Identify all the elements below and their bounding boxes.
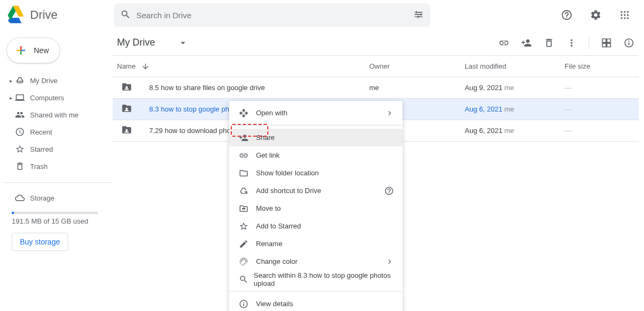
ctx-search-within[interactable]: Search within 8.3 how to stop google pho…: [229, 270, 402, 288]
search-input[interactable]: [131, 11, 413, 20]
nav-label: Computers: [30, 94, 64, 102]
nav-computers[interactable]: ▸ Computers: [4, 89, 113, 106]
folder-name: My Drive: [117, 37, 155, 48]
drive-icon: [15, 76, 30, 85]
search-options-icon[interactable]: [413, 9, 424, 21]
ctx-open-with[interactable]: Open with: [229, 104, 402, 122]
share-icon[interactable]: [517, 33, 536, 53]
help-icon[interactable]: [556, 4, 577, 26]
nav-label: Trash: [30, 162, 48, 171]
folder-move-icon: [239, 204, 256, 213]
header-actions: [556, 4, 635, 26]
trash-icon: [15, 161, 30, 171]
nav-starred[interactable]: Starred: [4, 140, 113, 158]
chevron-right-icon: [385, 109, 394, 117]
settings-icon[interactable]: [585, 4, 606, 26]
ctx-change-color[interactable]: Change color: [229, 253, 402, 270]
logo-group[interactable]: Drive: [6, 5, 114, 26]
nav-label: Starred: [30, 145, 53, 153]
storage-progress: [12, 212, 98, 214]
svg-rect-1: [415, 12, 423, 12]
column-headers: Name Owner Last modified File size: [113, 56, 639, 77]
product-name: Drive: [30, 8, 57, 22]
info-icon[interactable]: [619, 33, 639, 53]
nav-label: Storage: [30, 194, 55, 202]
col-modified[interactable]: Last modified: [465, 62, 565, 70]
grid-view-icon[interactable]: [597, 33, 616, 53]
chevron-right-icon: [385, 257, 394, 266]
folder-icon: [121, 103, 132, 115]
svg-point-12: [627, 14, 628, 16]
new-button-label: New: [34, 46, 49, 55]
nav-storage[interactable]: Storage: [4, 189, 113, 206]
ctx-rename[interactable]: Rename: [229, 235, 402, 253]
col-name[interactable]: Name: [113, 62, 369, 71]
info-icon: [239, 299, 256, 309]
ctx-show-location[interactable]: Show folder location: [229, 164, 402, 182]
svg-point-9: [627, 11, 628, 13]
svg-rect-5: [421, 13, 421, 16]
expand-icon[interactable]: ▸: [6, 95, 15, 101]
svg-point-13: [621, 17, 623, 19]
apps-grid-icon[interactable]: [614, 4, 635, 26]
folder-icon: [121, 124, 132, 137]
svg-point-11: [624, 14, 625, 16]
svg-point-15: [627, 17, 628, 19]
open-with-icon: [239, 108, 256, 118]
app-header: Drive: [0, 0, 644, 30]
delete-icon[interactable]: [539, 33, 559, 53]
pencil-icon: [239, 239, 256, 249]
folder-breadcrumb[interactable]: My Drive: [113, 35, 193, 50]
search-icon: [120, 9, 131, 21]
ctx-get-link[interactable]: Get link: [229, 146, 402, 164]
person-add-icon: [239, 133, 256, 143]
search-icon: [239, 275, 254, 284]
storage-usage-text: 191.5 MB of 15 GB used: [4, 217, 113, 225]
nav-label: My Drive: [30, 77, 57, 85]
cloud-icon: [15, 193, 30, 203]
col-owner[interactable]: Owner: [369, 62, 465, 70]
buy-storage-button[interactable]: Buy storage: [12, 233, 68, 251]
folder-header: My Drive: [113, 30, 639, 56]
sidebar: New ▸ My Drive ▸ Computers Shared with m…: [0, 30, 113, 311]
palette-icon: [239, 257, 256, 266]
nav-shared[interactable]: Shared with me: [4, 106, 113, 123]
svg-rect-3: [415, 16, 423, 17]
ctx-view-details[interactable]: View details: [229, 295, 402, 311]
help-circle-icon[interactable]: [384, 186, 394, 196]
svg-rect-2: [415, 14, 423, 14]
dropdown-icon: [178, 38, 188, 48]
ctx-add-shortcut[interactable]: Add shortcut to Drive: [229, 182, 402, 199]
link-icon[interactable]: [494, 33, 514, 53]
expand-icon[interactable]: ▸: [6, 78, 15, 84]
svg-point-18: [126, 129, 128, 131]
drive-shortcut-icon: [239, 186, 256, 196]
svg-point-8: [624, 11, 625, 13]
folder-outline-icon: [239, 168, 256, 178]
nav-my-drive[interactable]: ▸ My Drive: [4, 72, 113, 89]
svg-rect-6: [418, 16, 418, 18]
svg-point-10: [621, 14, 623, 16]
nav-label: Recent: [30, 128, 52, 136]
file-row[interactable]: 8.5 how to share files on google drive m…: [113, 77, 639, 99]
svg-point-7: [621, 11, 623, 13]
more-icon[interactable]: [562, 33, 581, 53]
new-button[interactable]: New: [6, 38, 60, 63]
people-icon: [15, 110, 30, 120]
selection-toolbar: [494, 33, 639, 53]
nav-label: Shared with me: [30, 111, 78, 119]
search-bar[interactable]: [114, 3, 430, 27]
ctx-move-to[interactable]: Move to: [229, 199, 402, 217]
ctx-add-starred[interactable]: Add to Starred: [229, 217, 402, 235]
drive-logo-icon: [6, 5, 26, 26]
star-icon: [15, 144, 30, 154]
menu-divider: [229, 125, 402, 125]
nav-trash[interactable]: Trash: [4, 158, 113, 175]
svg-point-16: [126, 86, 128, 88]
ctx-share[interactable]: Share: [229, 129, 402, 146]
sort-arrow-icon: [141, 62, 150, 71]
svg-point-14: [624, 17, 625, 19]
svg-rect-4: [416, 11, 416, 13]
nav-recent[interactable]: Recent: [4, 123, 113, 140]
col-size[interactable]: File size: [565, 62, 629, 70]
